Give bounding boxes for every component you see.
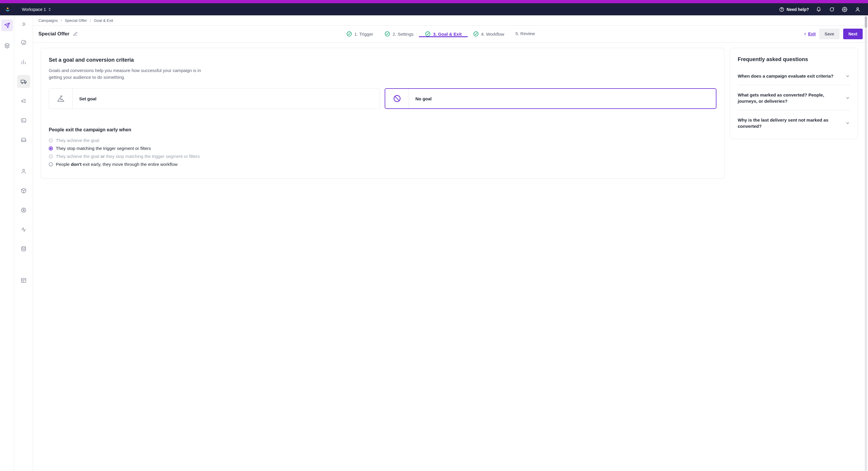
gauge-icon [21,39,27,45]
notifications-button[interactable] [815,6,822,13]
svg-rect-13 [21,278,26,282]
workspace-name: Workspace 1 [22,7,46,12]
nav-activity[interactable] [17,223,30,236]
stepper: 1. Trigger 2. Settings 3. Goal & Exit 4.… [78,31,803,37]
bell-icon [816,7,821,12]
svg-point-6 [22,82,23,84]
step-workflow[interactable]: 4. Workflow [473,31,504,37]
terminal-icon [21,117,27,123]
chevrons-right-icon [21,22,26,27]
nav-content[interactable] [17,274,30,287]
subheader: Special Offer 1. Trigger 2. Settings 3. … [33,26,868,42]
ban-icon [385,89,409,108]
faq-item[interactable]: Why is the last delivery sent not marked… [738,110,850,135]
svg-rect-5 [21,80,24,82]
nav-transactional[interactable] [17,114,30,127]
chevron-down-icon [845,96,850,100]
person-icon [21,168,27,174]
svg-point-11 [23,209,24,210]
exit-radio-group: They achieve the goal They stop matching… [49,138,716,167]
step-label: 3. Goal & Exit [433,32,462,37]
nav-segments[interactable] [17,204,30,216]
check-circle-icon [425,31,431,37]
exit-heading: People exit the campaign early when [49,127,716,133]
messages-button[interactable] [829,6,835,13]
layers-icon [4,42,10,48]
exit-option-stop-matching[interactable]: They stop matching the trigger segment o… [49,146,716,151]
faq-item[interactable]: What gets marked as converted? People, j… [738,85,850,110]
cube-icon [21,188,27,194]
nav-analytics[interactable] [17,56,30,68]
primary-nav-send[interactable] [1,20,13,31]
settings-button[interactable] [841,6,848,13]
exit-card: People exit the campaign early when They… [41,119,724,179]
chevron-left-icon [803,32,807,36]
exit-label: Exit [808,32,816,36]
appbar: Workspace 1 Need help? [0,3,868,15]
breadcrumb-link[interactable]: Special Offer [65,18,87,23]
goal-card: Set a goal and conversion criteria Goals… [41,48,724,119]
svg-point-1 [781,10,782,11]
primary-nav-layers[interactable] [1,39,13,52]
nav-people[interactable] [17,165,30,178]
radio-icon [49,146,53,150]
check-circle-icon [384,31,390,37]
step-label: 5. Review [516,31,535,36]
scrollbar-thumb[interactable] [865,16,867,28]
need-help-button[interactable]: Need help? [779,7,809,12]
faq-item[interactable]: When does a campaign evaluate exit crite… [738,67,850,85]
campaign-title: Special Offer [38,31,69,37]
option-set-goal[interactable]: Set goal [49,88,380,109]
svg-point-2 [844,8,845,10]
circle-person-icon [21,207,27,213]
expand-sidebar-button[interactable] [18,19,29,30]
nav-objects[interactable] [17,184,30,197]
svg-point-12 [22,247,25,248]
account-button[interactable] [855,6,861,13]
edit-title-button[interactable] [73,32,78,36]
content-area: Campaigns / Special Offer / Goal & Exit … [33,15,868,471]
secondary-nav-rail [14,15,33,471]
svg-point-9 [23,169,25,171]
workspace-switcher[interactable]: Workspace 1 [22,7,51,12]
svg-rect-8 [21,119,26,122]
breadcrumb-current: Goal & Exit [94,18,113,23]
goal-heading: Set a goal and conversion criteria [49,57,716,63]
check-circle-icon [473,31,479,37]
paper-plane-icon [4,23,10,28]
primary-nav-rail [0,15,14,471]
faq-question: What gets marked as converted? People, j… [738,92,840,104]
need-help-label: Need help? [787,7,809,12]
nav-deliveries[interactable] [17,133,30,146]
breadcrumb-link[interactable]: Campaigns [38,18,58,23]
layout-icon [21,277,27,283]
save-button[interactable]: Save [819,29,840,39]
next-button[interactable]: Next [843,29,863,39]
step-settings[interactable]: 2. Settings [384,31,414,37]
faq-card: Frequently asked questions When does a c… [730,48,858,139]
exit-option-no-early-exit[interactable]: People don't exit early, they move throu… [49,162,716,167]
step-trigger[interactable]: 1. Trigger [346,31,373,37]
exit-option-goal-or-stop: They achieve the goal or they stop match… [49,154,716,159]
step-label: 1. Trigger [354,32,373,37]
svg-point-7 [25,82,26,84]
exit-link[interactable]: Exit [803,32,816,36]
radio-icon [49,138,53,142]
step-label: 2. Settings [393,32,414,37]
truck-icon [20,78,27,85]
activity-icon [21,227,27,233]
nav-dashboard[interactable] [17,36,30,49]
top-accent-bar [0,0,868,3]
option-no-goal[interactable]: No goal [385,88,716,109]
database-icon [21,246,27,252]
scrollbar[interactable] [865,15,867,471]
user-icon [855,7,860,12]
nav-broadcasts[interactable] [17,95,30,107]
step-goal-exit[interactable]: 3. Goal & Exit [425,31,462,37]
app-logo[interactable] [4,6,11,13]
radio-icon [49,162,53,166]
nav-campaigns[interactable] [17,75,30,88]
step-review[interactable]: 5. Review [516,31,535,36]
nav-data[interactable] [17,243,30,256]
faq-question: When does a campaign evaluate exit crite… [738,73,833,79]
